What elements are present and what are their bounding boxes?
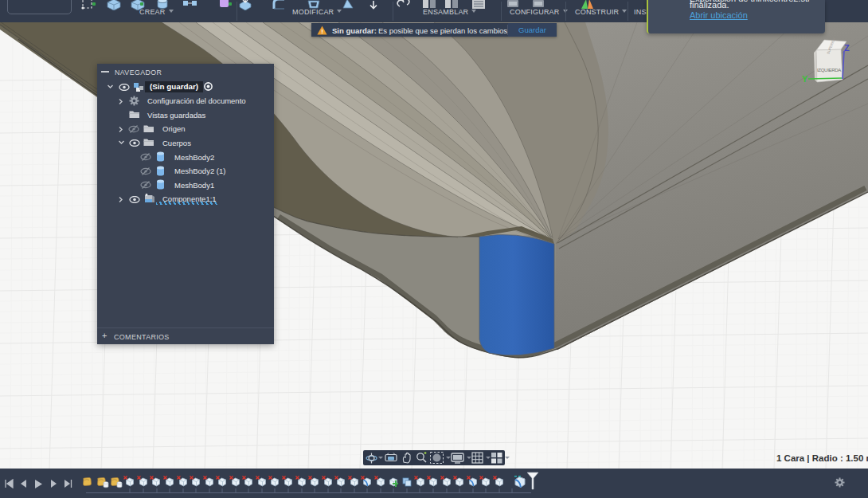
svg-text:Y: Y bbox=[802, 74, 808, 84]
svg-text:IZQUIERDA: IZQUIERDA bbox=[817, 68, 841, 73]
svg-text:Z: Z bbox=[844, 43, 850, 53]
svg-text:!: ! bbox=[321, 28, 323, 35]
